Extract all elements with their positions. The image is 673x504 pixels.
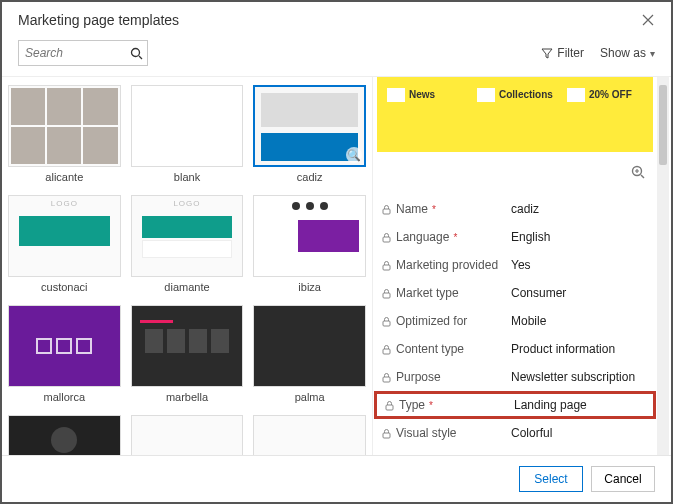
template-name: cadiz: [297, 167, 323, 185]
template-name: mallorca: [44, 387, 86, 405]
svg-rect-10: [383, 433, 390, 438]
template-card-alicante[interactable]: alicante: [8, 85, 121, 185]
field-value: Product information: [511, 342, 649, 356]
thumbnail: 🔍: [253, 85, 366, 167]
template-card-extra[interactable]: [131, 415, 244, 455]
field-row: Content typeProduct information: [377, 335, 653, 363]
cancel-button[interactable]: Cancel: [591, 466, 655, 492]
thumbnail: [8, 85, 121, 167]
field-row: Name*cadiz: [377, 195, 653, 223]
template-picker-dialog: Marketing page templates Filter Show as …: [0, 0, 673, 504]
dialog-header: Marketing page templates: [2, 2, 671, 34]
template-card-blank[interactable]: blank: [131, 85, 244, 185]
lock-icon: [381, 232, 392, 243]
field-value: Colorful: [511, 426, 649, 440]
lock-icon: [381, 316, 392, 327]
preview-col-label: News: [409, 89, 435, 100]
template-name: ibiza: [298, 277, 321, 295]
details-pane: News Collections 20% OFF Name*cadizLangu…: [372, 77, 671, 455]
close-button[interactable]: [641, 13, 655, 27]
template-grid-pane[interactable]: alicante blank 🔍 cadiz LOGO: [2, 77, 372, 455]
template-card-extra[interactable]: [253, 415, 366, 455]
field-label: Type*: [384, 398, 514, 412]
showas-button[interactable]: Show as ▾: [600, 46, 655, 60]
thumbnail: [131, 85, 244, 167]
svg-rect-2: [383, 209, 390, 214]
thumbnail: [253, 305, 366, 387]
dialog-title: Marketing page templates: [18, 12, 641, 28]
zoom-icon: [631, 165, 645, 179]
close-icon: [642, 14, 654, 26]
template-card-ibiza[interactable]: ibiza: [253, 195, 366, 295]
lock-icon: [381, 288, 392, 299]
field-row: Market typeConsumer: [377, 279, 653, 307]
preview-zoom-button[interactable]: [627, 161, 649, 183]
search-box[interactable]: [18, 40, 148, 66]
template-name: blank: [174, 167, 200, 185]
field-row: PurposeNewsletter subscription: [377, 363, 653, 391]
lock-icon: [381, 372, 392, 383]
lock-icon: [384, 400, 395, 411]
template-name: custonaci: [41, 277, 87, 295]
thumbnail: [131, 415, 244, 455]
field-label: Market type: [381, 286, 511, 300]
field-row: Optimized forMobile: [377, 307, 653, 335]
svg-rect-6: [383, 321, 390, 326]
template-card-diamante[interactable]: LOGO diamante: [131, 195, 244, 295]
field-label: Purpose: [381, 370, 511, 384]
thumbnail: [253, 195, 366, 277]
template-card-extra[interactable]: [8, 415, 121, 455]
field-value: cadiz: [511, 202, 649, 216]
template-grid: alicante blank 🔍 cadiz LOGO: [8, 85, 366, 455]
field-value: Mobile: [511, 314, 649, 328]
field-value: Newsletter subscription: [511, 370, 649, 384]
lock-icon: [381, 344, 392, 355]
thumbnail: LOGO: [8, 195, 121, 277]
required-marker: *: [453, 232, 457, 243]
select-button[interactable]: Select: [519, 466, 583, 492]
lock-icon: [381, 260, 392, 271]
field-row: Marketing providedYes: [377, 251, 653, 279]
template-card-cadiz[interactable]: 🔍 cadiz: [253, 85, 366, 185]
field-value: Landing page: [514, 398, 646, 412]
svg-rect-5: [383, 293, 390, 298]
field-label: Visual style: [381, 426, 511, 440]
thumbnail: [253, 415, 366, 455]
search-icon[interactable]: [126, 47, 147, 60]
template-card-palma[interactable]: palma: [253, 305, 366, 405]
field-row: Type*Landing page: [374, 391, 656, 419]
template-name: diamante: [164, 277, 209, 295]
field-label: Content type: [381, 342, 511, 356]
field-value: English: [511, 230, 649, 244]
template-name: alicante: [45, 167, 83, 185]
template-preview: News Collections 20% OFF: [377, 77, 653, 187]
template-card-marbella[interactable]: marbella: [131, 305, 244, 405]
svg-rect-8: [383, 377, 390, 382]
details-fields[interactable]: Name*cadizLanguage*EnglishMarketing prov…: [373, 191, 671, 455]
zoom-icon[interactable]: 🔍: [346, 147, 362, 163]
thumbnail: [8, 415, 121, 455]
svg-rect-3: [383, 237, 390, 242]
thumbnail: [8, 305, 121, 387]
field-row: Visual styleColorful: [377, 419, 653, 447]
filter-label: Filter: [557, 46, 584, 60]
filter-button[interactable]: Filter: [541, 46, 584, 60]
search-input[interactable]: [19, 46, 126, 60]
toolbar: Filter Show as ▾: [2, 34, 671, 76]
template-card-mallorca[interactable]: mallorca: [8, 305, 121, 405]
filter-icon: [541, 47, 553, 59]
template-card-custonaci[interactable]: LOGO custonaci: [8, 195, 121, 295]
field-label: Marketing provided: [381, 258, 511, 272]
required-marker: *: [429, 400, 433, 411]
svg-rect-9: [386, 405, 393, 410]
preview-col-label: Collections: [499, 89, 553, 100]
chevron-down-icon: ▾: [650, 48, 655, 59]
details-scrollbar[interactable]: [657, 77, 669, 455]
field-value: Yes: [511, 258, 649, 272]
field-row: Language*English: [377, 223, 653, 251]
thumbnail: [131, 305, 244, 387]
field-label: Optimized for: [381, 314, 511, 328]
svg-point-0: [131, 48, 139, 56]
template-name: palma: [295, 387, 325, 405]
thumbnail: LOGO: [131, 195, 244, 277]
